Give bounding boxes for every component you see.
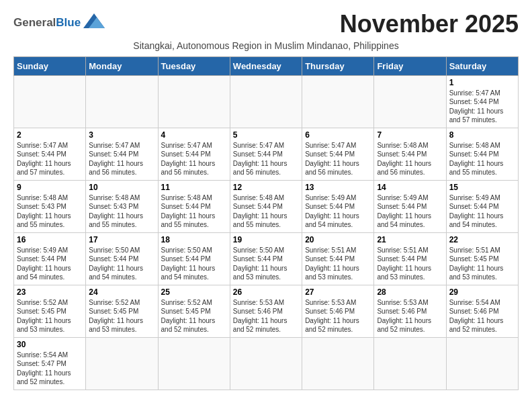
calendar-cell xyxy=(374,75,446,128)
calendar-cell: 18Sunrise: 5:50 AM Sunset: 5:44 PM Dayli… xyxy=(158,232,230,285)
day-number: 2 xyxy=(17,130,83,140)
day-info: Sunrise: 5:48 AM Sunset: 5:44 PM Dayligh… xyxy=(233,193,299,230)
calendar-cell: 21Sunrise: 5:51 AM Sunset: 5:44 PM Dayli… xyxy=(374,232,446,285)
day-number: 18 xyxy=(161,235,227,244)
day-info: Sunrise: 5:47 AM Sunset: 5:44 PM Dayligh… xyxy=(89,141,154,177)
day-number: 7 xyxy=(377,130,443,140)
day-of-week-header: Wednesday xyxy=(230,56,302,75)
day-number: 11 xyxy=(161,183,227,192)
day-info: Sunrise: 5:47 AM Sunset: 5:44 PM Dayligh… xyxy=(17,141,83,177)
calendar-cell xyxy=(374,337,446,390)
day-of-week-header: Monday xyxy=(86,56,158,75)
calendar-cell: 11Sunrise: 5:48 AM Sunset: 5:44 PM Dayli… xyxy=(158,180,230,232)
day-number: 10 xyxy=(89,183,154,192)
calendar-cell: 15Sunrise: 5:49 AM Sunset: 5:44 PM Dayli… xyxy=(446,180,518,232)
day-of-week-header: Friday xyxy=(374,56,446,75)
day-number: 27 xyxy=(305,287,371,297)
calendar-cell: 6Sunrise: 5:47 AM Sunset: 5:44 PM Daylig… xyxy=(302,128,374,180)
day-of-week-header: Thursday xyxy=(302,56,374,75)
day-info: Sunrise: 5:53 AM Sunset: 5:46 PM Dayligh… xyxy=(233,298,299,334)
calendar-cell: 16Sunrise: 5:49 AM Sunset: 5:44 PM Dayli… xyxy=(14,232,86,285)
day-info: Sunrise: 5:51 AM Sunset: 5:44 PM Dayligh… xyxy=(305,246,371,282)
month-title: November 2025 xyxy=(340,11,519,38)
calendar-week-row: 16Sunrise: 5:49 AM Sunset: 5:44 PM Dayli… xyxy=(14,232,519,285)
day-info: Sunrise: 5:49 AM Sunset: 5:44 PM Dayligh… xyxy=(305,193,371,230)
day-number: 26 xyxy=(233,287,299,297)
calendar-cell: 26Sunrise: 5:53 AM Sunset: 5:46 PM Dayli… xyxy=(230,285,302,337)
day-number: 21 xyxy=(377,235,443,244)
calendar-cell xyxy=(230,75,302,128)
calendar-cell: 13Sunrise: 5:49 AM Sunset: 5:44 PM Dayli… xyxy=(302,180,374,232)
day-info: Sunrise: 5:47 AM Sunset: 5:44 PM Dayligh… xyxy=(305,141,371,177)
calendar-cell xyxy=(86,337,158,390)
calendar-cell xyxy=(158,75,230,128)
calendar-cell: 14Sunrise: 5:49 AM Sunset: 5:44 PM Dayli… xyxy=(374,180,446,232)
calendar-cell xyxy=(86,75,158,128)
day-info: Sunrise: 5:49 AM Sunset: 5:44 PM Dayligh… xyxy=(17,246,83,282)
calendar-cell: 23Sunrise: 5:52 AM Sunset: 5:45 PM Dayli… xyxy=(14,285,86,337)
calendar-cell: 19Sunrise: 5:50 AM Sunset: 5:44 PM Dayli… xyxy=(230,232,302,285)
day-of-week-header: Tuesday xyxy=(158,56,230,75)
day-info: Sunrise: 5:48 AM Sunset: 5:43 PM Dayligh… xyxy=(17,193,83,230)
calendar-cell: 5Sunrise: 5:47 AM Sunset: 5:44 PM Daylig… xyxy=(230,128,302,180)
day-number: 30 xyxy=(17,340,83,349)
day-number: 20 xyxy=(305,235,371,244)
day-info: Sunrise: 5:49 AM Sunset: 5:44 PM Dayligh… xyxy=(449,193,515,230)
day-number: 3 xyxy=(89,130,154,140)
day-number: 9 xyxy=(17,183,83,192)
calendar-cell xyxy=(158,337,230,390)
calendar-cell xyxy=(230,337,302,390)
calendar-cell: 22Sunrise: 5:51 AM Sunset: 5:45 PM Dayli… xyxy=(446,232,518,285)
day-info: Sunrise: 5:54 AM Sunset: 5:47 PM Dayligh… xyxy=(17,351,83,387)
logo-icon xyxy=(83,13,105,28)
calendar-cell: 20Sunrise: 5:51 AM Sunset: 5:44 PM Dayli… xyxy=(302,232,374,285)
day-number: 22 xyxy=(449,235,515,244)
calendar-cell: 27Sunrise: 5:53 AM Sunset: 5:46 PM Dayli… xyxy=(302,285,374,337)
calendar-week-row: 30Sunrise: 5:54 AM Sunset: 5:47 PM Dayli… xyxy=(14,337,519,390)
day-of-week-header: Sunday xyxy=(14,56,86,75)
day-number: 14 xyxy=(377,183,443,192)
day-info: Sunrise: 5:54 AM Sunset: 5:46 PM Dayligh… xyxy=(449,298,515,334)
day-number: 23 xyxy=(17,287,83,297)
calendar-cell: 3Sunrise: 5:47 AM Sunset: 5:44 PM Daylig… xyxy=(86,128,158,180)
day-number: 1 xyxy=(449,78,515,87)
calendar-cell: 24Sunrise: 5:52 AM Sunset: 5:45 PM Dayli… xyxy=(86,285,158,337)
day-info: Sunrise: 5:50 AM Sunset: 5:44 PM Dayligh… xyxy=(89,246,154,282)
page-header: General Blue November 2025 xyxy=(13,11,519,38)
day-info: Sunrise: 5:51 AM Sunset: 5:45 PM Dayligh… xyxy=(449,246,515,282)
calendar-cell: 29Sunrise: 5:54 AM Sunset: 5:46 PM Dayli… xyxy=(446,285,518,337)
calendar-week-row: 1Sunrise: 5:47 AM Sunset: 5:44 PM Daylig… xyxy=(14,75,519,128)
location-subtitle: Sitangkai, Autonomous Region in Muslim M… xyxy=(13,40,519,51)
day-info: Sunrise: 5:48 AM Sunset: 5:44 PM Dayligh… xyxy=(161,193,227,230)
calendar-cell xyxy=(446,337,518,390)
day-number: 8 xyxy=(449,130,515,140)
day-info: Sunrise: 5:51 AM Sunset: 5:44 PM Dayligh… xyxy=(377,246,443,282)
day-info: Sunrise: 5:48 AM Sunset: 5:44 PM Dayligh… xyxy=(449,141,515,177)
calendar-cell: 4Sunrise: 5:47 AM Sunset: 5:44 PM Daylig… xyxy=(158,128,230,180)
day-info: Sunrise: 5:47 AM Sunset: 5:44 PM Dayligh… xyxy=(161,141,227,177)
day-info: Sunrise: 5:50 AM Sunset: 5:44 PM Dayligh… xyxy=(161,246,227,282)
calendar-table: SundayMondayTuesdayWednesdayThursdayFrid… xyxy=(13,56,519,390)
day-info: Sunrise: 5:48 AM Sunset: 5:43 PM Dayligh… xyxy=(89,193,154,230)
day-number: 24 xyxy=(89,287,154,297)
calendar-cell: 1Sunrise: 5:47 AM Sunset: 5:44 PM Daylig… xyxy=(446,75,518,128)
day-info: Sunrise: 5:48 AM Sunset: 5:44 PM Dayligh… xyxy=(377,141,443,177)
day-number: 25 xyxy=(161,287,227,297)
day-number: 16 xyxy=(17,235,83,244)
day-number: 15 xyxy=(449,183,515,192)
day-info: Sunrise: 5:52 AM Sunset: 5:45 PM Dayligh… xyxy=(89,298,154,334)
calendar-cell: 7Sunrise: 5:48 AM Sunset: 5:44 PM Daylig… xyxy=(374,128,446,180)
calendar-cell: 30Sunrise: 5:54 AM Sunset: 5:47 PM Dayli… xyxy=(14,337,86,390)
logo-blue-text: Blue xyxy=(56,17,81,28)
calendar-cell: 2Sunrise: 5:47 AM Sunset: 5:44 PM Daylig… xyxy=(14,128,86,180)
calendar-cell: 10Sunrise: 5:48 AM Sunset: 5:43 PM Dayli… xyxy=(86,180,158,232)
day-info: Sunrise: 5:50 AM Sunset: 5:44 PM Dayligh… xyxy=(233,246,299,282)
day-number: 19 xyxy=(233,235,299,244)
calendar-cell: 28Sunrise: 5:53 AM Sunset: 5:46 PM Dayli… xyxy=(374,285,446,337)
calendar-cell: 8Sunrise: 5:48 AM Sunset: 5:44 PM Daylig… xyxy=(446,128,518,180)
calendar-week-row: 2Sunrise: 5:47 AM Sunset: 5:44 PM Daylig… xyxy=(14,128,519,180)
day-of-week-header: Saturday xyxy=(446,56,518,75)
calendar-week-row: 23Sunrise: 5:52 AM Sunset: 5:45 PM Dayli… xyxy=(14,285,519,337)
calendar-cell xyxy=(14,75,86,128)
day-info: Sunrise: 5:47 AM Sunset: 5:44 PM Dayligh… xyxy=(449,89,515,125)
